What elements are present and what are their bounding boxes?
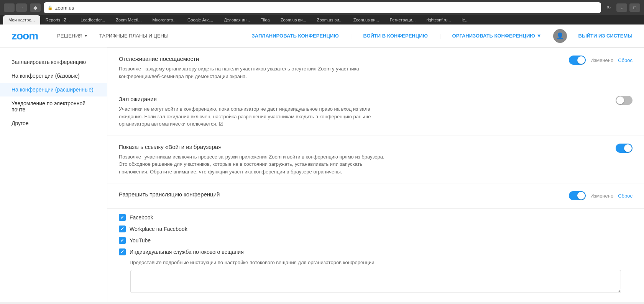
sign-out-button[interactable]: ВЫЙТИ ИЗ СИСТЕМЫ xyxy=(578,33,632,39)
tab-4[interactable]: Многопото... xyxy=(147,15,182,25)
camera-icon: ◆ xyxy=(30,3,41,12)
download-button[interactable]: ↓ xyxy=(616,3,627,12)
checkbox-custom-stream[interactable]: Индивидуальная служба потокового вещания xyxy=(119,246,632,258)
user-avatar[interactable]: 👤 xyxy=(553,29,567,43)
attendance-toggle[interactable] xyxy=(569,56,586,65)
lock-icon: 🔒 xyxy=(48,5,53,10)
facebook-label: Facebook xyxy=(130,214,153,221)
url-text: zoom.us xyxy=(55,5,74,11)
tab-0[interactable]: Мои настро... xyxy=(3,15,40,25)
browser-chrome: ← → ◆ 🔒 zoom.us ↻ ↓ □ Мои настро... Repo… xyxy=(0,0,644,25)
setting-streaming: Разрешить трансляцию конференций Изменен… xyxy=(107,183,644,209)
browser-actions: ↓ □ xyxy=(616,3,640,12)
custom-stream-checkbox-box[interactable] xyxy=(119,248,126,255)
streaming-toggle-knob xyxy=(577,192,585,199)
tab-3[interactable]: Zoom Meeti... xyxy=(110,15,147,25)
sidebar-item-basic[interactable]: На конференции (базовые) xyxy=(0,69,107,83)
sidebar-item-schedule[interactable]: Запланировать конференцию xyxy=(0,55,107,69)
tab-10[interactable]: Zoom.us ви... xyxy=(348,15,384,25)
workplace-checkbox-box[interactable] xyxy=(119,226,126,232)
sidebar-item-advanced[interactable]: На конференции (расширенные) xyxy=(0,83,107,96)
sidebar-item-other[interactable]: Другое xyxy=(0,116,107,130)
setting-waiting-title: Зал ожидания xyxy=(119,96,579,102)
setting-streaming-title: Разрешить трансляцию конференций xyxy=(119,191,561,198)
setting-browser-controls xyxy=(586,144,632,153)
setting-browser-link: Показать ссылку «Войти из браузера» Позв… xyxy=(107,136,644,184)
tabs-bar: Мои настро... Reports | Z... Leadfeeder.… xyxy=(0,15,644,25)
setting-browser-desc: Позволяет участникам исключить процесс з… xyxy=(119,153,387,176)
host-caret-icon: ▼ xyxy=(537,33,542,39)
streaming-reset-link[interactable]: Сброс xyxy=(618,193,632,199)
checkbox-facebook[interactable]: Facebook xyxy=(119,212,632,223)
nav-link-solutions[interactable]: РЕШЕНИЯ ▼ xyxy=(57,33,88,39)
tab-12[interactable]: rightconf.ru... xyxy=(421,15,456,25)
waiting-room-toggle[interactable] xyxy=(616,96,632,105)
nav-link-pricing-label: ТАРИФНЫЕ ПЛАНЫ И ЦЕНЫ xyxy=(99,33,168,39)
streaming-changed-label: Изменено xyxy=(590,193,613,199)
browser-toolbar: ← → ◆ 🔒 zoom.us ↻ ↓ □ xyxy=(0,0,644,15)
setting-waiting-controls xyxy=(586,96,632,105)
setting-attendance-desc: Позволяет каждому организатору видеть на… xyxy=(119,65,387,80)
attendance-changed-label: Изменено xyxy=(590,57,613,63)
nav-separator-1: | xyxy=(350,33,352,39)
schedule-meeting-button[interactable]: ЗАПЛАНИРОВАТЬ КОНФЕРЕНЦИЮ xyxy=(252,33,339,39)
setting-browser-info: Показать ссылку «Войти из браузера» Позв… xyxy=(119,144,579,176)
setting-waiting-info: Зал ожидания Участники не могут войти в … xyxy=(119,96,579,128)
custom-stream-desc: Предоставьте подробные инструкции по нас… xyxy=(130,259,632,266)
tab-6[interactable]: Деловая ин... xyxy=(219,15,255,25)
nav-buttons: ← → xyxy=(4,3,27,12)
tab-1[interactable]: Reports | Z... xyxy=(40,15,75,25)
setting-streaming-controls: Изменено Сброс xyxy=(569,191,632,200)
setting-browser-title: Показать ссылку «Войти из браузера» xyxy=(119,144,579,150)
reload-button[interactable]: ↻ xyxy=(604,3,613,12)
sidebar: Запланировать конференцию На конференции… xyxy=(0,47,107,302)
workplace-label: Workplace на Facebook xyxy=(130,226,187,232)
streaming-checkboxes: Facebook Workplace на Facebook YouTube И… xyxy=(107,209,644,302)
sidebar-item-email[interactable]: Уведомление по электронной почте xyxy=(0,96,107,116)
setting-waiting-room: Зал ожидания Участники не могут войти в … xyxy=(107,88,644,136)
browser-link-toggle[interactable] xyxy=(616,144,632,153)
setting-attendance-info: Отслеживание посещаемости Позволяет кажд… xyxy=(119,56,561,80)
custom-stream-textarea[interactable] xyxy=(130,270,621,293)
tab-9[interactable]: Zoom.us ви... xyxy=(312,15,348,25)
attendance-toggle-knob xyxy=(577,56,585,64)
custom-stream-label: Индивидуальная служба потокового вещания xyxy=(130,249,244,255)
tab-7[interactable]: Tilda xyxy=(255,15,275,25)
youtube-checkbox-box[interactable] xyxy=(119,237,126,244)
address-bar[interactable]: 🔒 zoom.us xyxy=(44,2,601,13)
nav-separator-2: | xyxy=(439,33,441,39)
attendance-reset-link[interactable]: Сброс xyxy=(618,57,632,63)
setting-waiting-desc: Участники не могут войти в конференцию, … xyxy=(119,105,387,128)
setting-streaming-info: Разрешить трансляцию конференций xyxy=(119,191,561,201)
join-meeting-button[interactable]: ВОЙТИ В КОНФЕРЕНЦИЮ xyxy=(363,33,428,39)
back-button[interactable]: ← xyxy=(4,3,15,12)
host-meeting-label: ОРГАНИЗОВАТЬ КОНФЕРЕНЦИЮ xyxy=(452,33,535,39)
setting-attendance-title: Отслеживание посещаемости xyxy=(119,56,561,62)
tab-13[interactable]: le... xyxy=(456,15,474,25)
main-layout: Запланировать конференцию На конференции… xyxy=(0,47,644,302)
tab-8[interactable]: Zoom.us ви... xyxy=(275,15,312,25)
streaming-toggle[interactable] xyxy=(569,191,586,200)
checkbox-youtube[interactable]: YouTube xyxy=(119,235,632,246)
browser-link-toggle-knob xyxy=(624,144,632,152)
settings-content: Отслеживание посещаемости Позволяет кажд… xyxy=(107,47,644,302)
tab-2[interactable]: Leadfeeder... xyxy=(75,15,110,25)
top-nav: zoom РЕШЕНИЯ ▼ ТАРИФНЫЕ ПЛАНЫ И ЦЕНЫ ЗАП… xyxy=(0,25,644,47)
tab-5[interactable]: Google Ана... xyxy=(182,15,219,25)
host-meeting-button[interactable]: ОРГАНИЗОВАТЬ КОНФЕРЕНЦИЮ ▼ xyxy=(452,33,542,39)
checkbox-workplace[interactable]: Workplace на Facebook xyxy=(119,223,632,235)
waiting-room-toggle-knob xyxy=(616,96,624,104)
zoom-logo[interactable]: zoom xyxy=(12,30,38,42)
facebook-checkbox-box[interactable] xyxy=(119,214,126,221)
setting-attendance-controls: Изменено Сброс xyxy=(569,56,632,65)
solutions-caret-icon: ▼ xyxy=(84,34,88,38)
nav-link-pricing[interactable]: ТАРИФНЫЕ ПЛАНЫ И ЦЕНЫ xyxy=(99,33,168,39)
fullscreen-button[interactable]: □ xyxy=(629,3,640,12)
nav-link-solutions-label: РЕШЕНИЯ xyxy=(57,33,82,39)
tab-11[interactable]: Регистраци... xyxy=(384,15,421,25)
setting-attendance-tracking: Отслеживание посещаемости Позволяет кажд… xyxy=(107,47,644,88)
forward-button[interactable]: → xyxy=(16,3,27,12)
app: zoom РЕШЕНИЯ ▼ ТАРИФНЫЕ ПЛАНЫ И ЦЕНЫ ЗАП… xyxy=(0,25,644,302)
youtube-label: YouTube xyxy=(130,237,151,244)
